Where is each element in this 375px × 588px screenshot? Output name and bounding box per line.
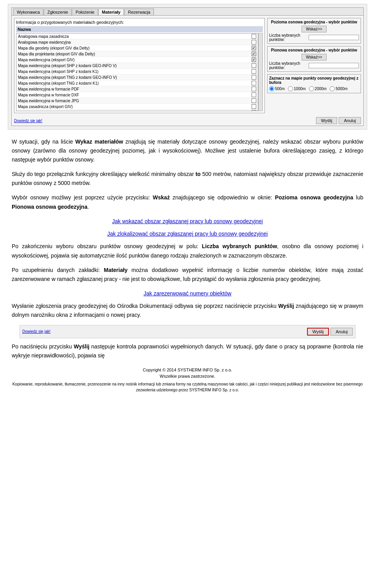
bold-to: to: [195, 171, 200, 177]
list-item: Mapa ewidencyjna w formacie DXF: [16, 92, 258, 98]
liczba-pio-row: Liczba wybranych punktów:: [269, 61, 359, 70]
liczba-pio-input[interactable]: [309, 63, 359, 68]
radio-1000[interactable]: 1000m: [288, 86, 306, 91]
list-item: Mapa ewidencyjna (eksport GIV) ✓: [16, 57, 258, 63]
copy-notice: Kopiowanie, reprodukowanie, tłumaczenie,…: [12, 381, 363, 393]
paragraph-3: Wybór osnowy możliwy jest poprzez użycie…: [12, 193, 363, 211]
checkbox[interactable]: [252, 40, 256, 44]
zaznacz-title: Zaznacz na mapie punkty osnowy geodezyjn…: [269, 76, 359, 85]
link-zarezerwowac[interactable]: Jak zarezerwować numery obiektów: [144, 290, 232, 297]
paragraph-7: Po naciśnięciu przycisku Wyślij następuj…: [12, 342, 363, 360]
list-item: Mapa ewidencyjna w formacie PDF: [16, 86, 258, 92]
dialog-footer: Dowiedz się jak! Wyślij Anuluj: [12, 115, 363, 126]
tab-rezerwacja[interactable]: Rezerwacja: [124, 9, 154, 15]
liczba-poz-label: Liczba wybranych punktów:: [269, 33, 307, 42]
paragraph-5: Po uzupełnieniu danych zakładki: Materia…: [12, 266, 363, 284]
checkbox[interactable]: [252, 81, 256, 85]
link1-container: Jak wskazać obszar zgłaszanej pracy lub …: [12, 217, 363, 226]
pionowa-section: Pionowa osnowa geodezyjna - wybór punktó…: [267, 46, 361, 72]
dialog-body: Informacja o przygotowanych materiałach …: [12, 16, 363, 115]
bottom-wyslij-button[interactable]: Wyślij: [307, 328, 329, 336]
zaznacz-section: Zaznacz na mapie punkty osnowy geodezyjn…: [267, 74, 361, 93]
link3-container: Jak zarezerwować numery obiektów: [12, 289, 363, 298]
paragraph-2: Służy do tego przełącznik funkcyjny okre…: [12, 170, 363, 188]
list-item: Mapa ewidencyjna (eksport TNG z kodami K…: [16, 80, 258, 86]
radio-row: 500m 1000m 2000m 5000m: [269, 86, 359, 91]
dialog-window: Wykonawca Zgłoszenie Położenie Materiały…: [11, 7, 364, 126]
liczba-poz-row: Liczba wybranych punktów:: [269, 33, 359, 42]
footer-copyright: Copyright © 2014 SYSTHERM INFO Sp. z o.o…: [12, 367, 363, 393]
checkbox[interactable]: [252, 75, 256, 80]
tab-materialy[interactable]: Materiały: [98, 9, 124, 15]
pozioma-title: Pozioma osnowa geodezyjna - wybór punktó…: [269, 20, 359, 24]
checkbox[interactable]: ✓: [252, 57, 256, 62]
checkbox[interactable]: [252, 110, 256, 111]
link-wskazac[interactable]: Jak wskazać obszar zgłaszanej pracy lub …: [112, 218, 263, 224]
paragraph-6: Wysłanie zgłoszenia pracy geodezyjnej do…: [12, 302, 363, 320]
bold-wyslij-text: Wyślij: [278, 303, 294, 309]
list-item: Mapa ewidencyjna w formacie JPG: [16, 98, 258, 104]
left-panel: Informacja o przygotowanych materiałach …: [14, 18, 265, 113]
checkbox[interactable]: [252, 87, 256, 91]
bold-liczba: Liczba wybranych punktów: [202, 243, 277, 249]
pionowa-title: Pionowa osnowa geodezyjna - wybór punktó…: [269, 48, 359, 52]
footer-buttons: Wyślij Anuluj: [316, 117, 361, 124]
list-item: Analogowa mape ewidencyjna: [16, 39, 258, 45]
bottom-footer-buttons: Wyślij Anuluj: [307, 328, 353, 336]
radio-5000[interactable]: 5000m: [330, 86, 348, 91]
checkbox[interactable]: ✓: [252, 46, 256, 50]
tab-zgloszenie[interactable]: Zgłoszenie: [44, 9, 71, 15]
list-item: Mapa dla geodety (eksport GIV dla Delty)…: [16, 45, 258, 51]
bottom-dialog: Dowiedz się jak! Wyślij Anuluj: [20, 325, 355, 338]
wyslij-button[interactable]: Wyślij: [316, 117, 338, 124]
bottom-dialog-row: Dowiedz się jak! Wyślij Anuluj: [22, 328, 353, 336]
rights-text: Wszelkie prawa zastrzeżone.: [12, 373, 363, 380]
checkbox[interactable]: [252, 104, 256, 109]
link2-container: Jak zlokalizować obszar zgłaszanej pracy…: [12, 229, 363, 238]
list-item: Mapa dla projektanta (eksport GIV dla De…: [16, 51, 258, 57]
radio-500[interactable]: 500m: [269, 86, 285, 91]
bold-materialy: Materiały: [104, 267, 128, 273]
page-container: Wykonawca Zgłoszenie Położenie Materiały…: [0, 4, 375, 398]
scrollbar[interactable]: [258, 33, 263, 111]
list-item: Mapa ewidencyjna (eksport TNG z kodami G…: [16, 75, 258, 80]
checkbox[interactable]: [252, 34, 256, 39]
bold-pionowa: Pionowa osnowa geodezyjna: [12, 204, 88, 210]
list-item: Mapa ewidencyjna (eksport SHP z kodami G…: [16, 63, 258, 69]
list-item: Mapa zasadnicza (eksport SHP z kodami GE…: [16, 110, 258, 111]
checkbox[interactable]: [252, 69, 256, 74]
bold-wskazprzycisk: Wskaż: [153, 194, 170, 201]
wskazpio-button[interactable]: Wskaż>>: [302, 54, 327, 60]
checkbox[interactable]: ✓: [252, 52, 256, 56]
wskazpoz-button[interactable]: Wskaż>>: [302, 26, 327, 32]
right-panel: Pozioma osnowa geodezyjna - wybór punktó…: [267, 18, 361, 113]
paragraph-4: Po zakończeniu wyboru obszaru punktów os…: [12, 242, 363, 260]
link-zlokalizowac[interactable]: Jak zlokalizować obszar zgłaszanej pracy…: [107, 231, 268, 237]
bottom-anuluj-button[interactable]: Anuluj: [330, 328, 353, 336]
left-panel-title: Informacja o przygotowanych materiałach …: [16, 20, 263, 25]
bottom-help-link[interactable]: Dowiedz się jak!: [22, 329, 50, 335]
list-items: Analogowa mapa zasadnicza Analogowa mape…: [16, 33, 258, 111]
bold-pozioma: Pozioma osnowa geodezyjna: [275, 194, 353, 201]
list-header: Nazwa: [16, 26, 263, 32]
top-dialog-panel: Wykonawca Zgłoszenie Położenie Materiały…: [8, 4, 367, 130]
radio-2000[interactable]: 2000m: [309, 86, 327, 91]
anuluj-button[interactable]: Anuluj: [339, 117, 361, 124]
liczba-poz-input[interactable]: [309, 35, 359, 40]
bold-wyslij2: Wyślij: [74, 343, 89, 350]
tab-polozenie[interactable]: Położenie: [72, 9, 98, 15]
dialog-tabs: Wykonawca Zgłoszenie Położenie Materiały…: [12, 8, 363, 16]
checkbox[interactable]: [252, 92, 256, 97]
checkbox[interactable]: [252, 98, 256, 103]
paragraph-1: W sytuacji, gdy na liście Wykaz materiał…: [12, 137, 363, 164]
list-item: Analogowa mapa zasadnicza: [16, 34, 258, 39]
copyright-text: Copyright © 2014 SYSTHERM INFO Sp. z o.o…: [12, 367, 363, 373]
list-with-scroll: Analogowa mapa zasadnicza Analogowa mape…: [16, 33, 263, 111]
list-item: Mapa ewidencyjna (eksport SHP z kodami K…: [16, 69, 258, 75]
checkbox[interactable]: [252, 63, 256, 68]
tab-wykonawca[interactable]: Wykonawca: [13, 9, 43, 15]
bold-wykaz: Wykaz materiałów: [75, 139, 123, 145]
list-item: Mapa zasadnicza (eksport GIV): [16, 104, 258, 110]
help-link[interactable]: Dowiedz się jak!: [14, 119, 42, 123]
liczba-pio-label: Liczba wybranych punktów:: [269, 61, 307, 70]
